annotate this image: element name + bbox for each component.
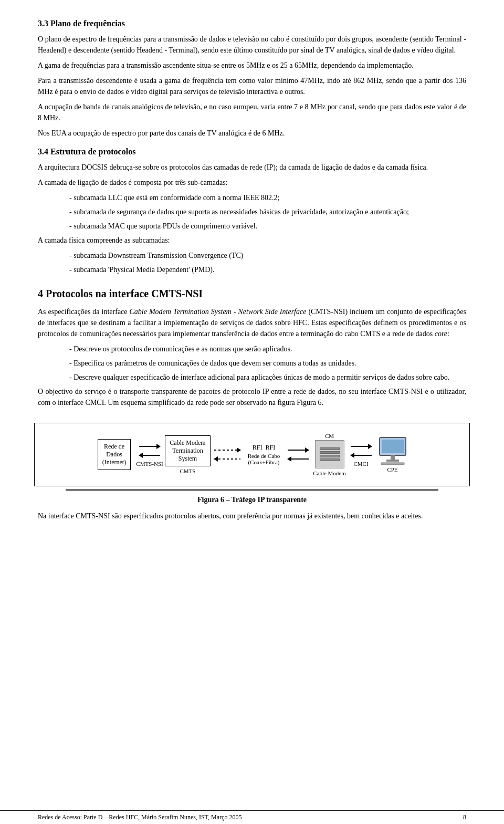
section-4-title: 4 Protocolos na interface CMTS-NSI [38,288,466,300]
cpe-box [377,436,408,465]
footer-left: Redes de Acesso: Parte D – Redes HFC, Má… [38,813,242,821]
figure-6-container: Rede de Dados (Internet) CMTS-NSI [38,423,466,504]
rfi-right-label: RFI [265,444,275,452]
section-34-subitem1: - subcamada Downstream Transmission Conv… [69,250,466,261]
section-4-item2: - Especifica os parâmetros de comunicaçõ… [69,358,466,369]
arrow-left-1 [139,452,160,459]
section-4-para2: O objectivo do serviço é o transporte tr… [38,386,466,408]
arrow-right-3 [351,443,372,450]
figure-6-diagram: Rede de Dados (Internet) CMTS-NSI [34,423,470,486]
section-34-subitem2: - subcamada 'Physical Media Dependent' (… [69,264,466,275]
section-34-para3: A camada física compreende as subcamadas… [38,235,466,246]
figure-caption: Figura 6 – Tráfego IP transparente [197,496,307,504]
cpe-label: CPE [387,466,397,473]
cmci-label: CMCI [353,461,368,467]
rede-cabo-line2: (Coax+Fibra) [248,459,280,465]
dashed-arrow-left-1 [214,455,240,463]
cmts-box: Cable Modem Termination System [165,435,210,466]
arrow-left-2 [288,455,309,463]
rede-dados-line3: (Internet) [102,458,126,466]
arrow-rede-cmts: CMTS-NSI [135,443,164,467]
section-33-title: 3.3 Plano de frequências [38,19,466,28]
cm-line-3 [320,455,340,457]
section-4-para1-italic: Cable Modem Termination System - Network… [130,308,307,316]
svg-rect-2 [391,455,395,460]
content: 3.3 Plano de frequências O plano de espe… [0,0,504,810]
arrow-right-2 [288,446,309,454]
rede-cabo-line1: Rede de Cabo [248,453,280,459]
node-rfi-rede-cabo: RFI RFI Rede de Cabo (Coax+Fibra) [243,444,285,465]
section-34-item3: - subcamada MAC que suporta PDUs de comp… [69,221,466,232]
arrow-left-3 [351,452,372,459]
footer-right: 8 [463,813,466,821]
section-34-para1: A arquitectura DOCSIS debruça-se sobre o… [38,162,466,173]
section-34-para2: A camada de ligação de dados é composta … [38,177,466,188]
section-33-para3: Para a transmissão descendente é usada a… [38,75,466,97]
cm-sublabel: Cable Modem [313,470,346,476]
cmts-box-line3: System [170,455,205,463]
section-4-para1-italic2: core [435,330,447,338]
cpe-svg [377,436,408,465]
section-33-para1: O plano de espectro de frequências para … [38,34,466,56]
section-34-item1: - subcamada LLC que está em conformidade… [69,192,466,203]
dbl-arrow-3 [351,443,372,459]
rede-dados-line1: Rede de [102,443,126,451]
node-rede-dados: Rede de Dados (Internet) [93,439,135,470]
section-4-para1-end2: : [447,330,449,338]
dashed-dbl-1 [214,446,240,463]
svg-rect-3 [386,460,399,462]
arrow-rfi-cm [285,446,311,463]
cmts-label: CMTS [180,468,196,474]
bottom-bracket [34,486,470,491]
section-4-para1: As especificações da interface Cable Mod… [38,306,466,339]
section-34-title: 3.4 Estrutura de protocolos [38,147,466,157]
cm-label: CM [325,433,334,439]
section-33-para2: A gama de frequências para a transmissão… [38,60,466,71]
section-33-para5: Nos EUA a ocupação de espectro por parte… [38,128,466,139]
section-4-para1-start: As especificações da interface [38,308,130,316]
cm-box [315,440,344,468]
dbl-arrow-1 [139,443,160,459]
arrow-right-1 [139,443,160,450]
arrow-cm-cpe: CMCI [348,443,374,467]
section-33-para4: A ocupação de banda de canais analógicos… [38,101,466,123]
cmts-box-line2: Termination [170,447,205,455]
section-4-para3: Na interface CMTS-NSI são especificados … [38,510,466,521]
dashed-arrow-right-1 [214,446,240,454]
svg-rect-1 [382,440,404,453]
section-4-item3: - Descreve qualquer especificação de int… [69,372,466,383]
node-cpe: CPE [374,436,411,473]
cm-line-1 [320,447,340,450]
cm-lines [320,447,340,461]
section-34-item2: - subcamada de segurança de dados que su… [69,206,466,217]
node-cm: CM Cable Modem [311,433,348,476]
page: 3.3 Plano de frequências O plano de espe… [0,0,504,824]
cmts-box-line1: Cable Modem [170,439,205,447]
cmts-nsi-label: CMTS-NSI [136,461,163,467]
dbl-arrow-2 [288,446,309,463]
rede-dados-box: Rede de Dados (Internet) [98,439,131,470]
rede-dados-line2: Dados [102,451,126,458]
cm-line-4 [320,458,340,461]
node-cmts: Cable Modem Termination System CMTS [164,435,212,474]
rfi-left-label: RFI [253,444,262,452]
cm-line-2 [320,451,340,454]
section-4-item1: - Descreve os protocolos de comunicações… [69,343,466,354]
arrow-cmts-rfi [212,446,243,463]
svg-rect-4 [381,463,404,465]
footer: Redes de Acesso: Parte D – Redes HFC, Má… [0,810,504,824]
